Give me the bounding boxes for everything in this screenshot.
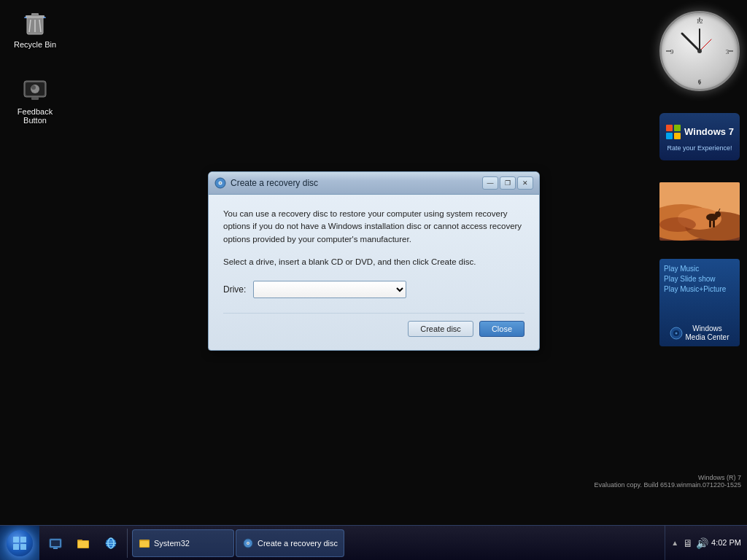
windows-start-icon	[12, 536, 27, 551]
dialog-close-button[interactable]: ✕	[517, 176, 533, 190]
internet-explorer-icon	[104, 536, 118, 551]
show-desktop-icon	[48, 536, 63, 551]
win7-header: Windows 7	[661, 121, 738, 143]
dialog-body: You can use a recovery disc to restore y…	[209, 195, 539, 350]
status-line1: Windows (R) 7	[595, 474, 741, 481]
dialog-title: Create a recovery disc	[231, 178, 478, 188]
svg-point-24	[697, 49, 702, 53]
svg-line-23	[700, 39, 711, 51]
media-center-widget[interactable]: Play Music Play Slide show Play Music+Pi…	[659, 259, 740, 346]
drive-label: Drive:	[223, 284, 246, 295]
svg-rect-48	[20, 544, 26, 550]
photo-widget	[659, 182, 740, 241]
svg-rect-62	[140, 541, 149, 547]
svg-text:9: 9	[670, 48, 674, 55]
svg-rect-46	[20, 537, 26, 542]
win7-title: Windows 7	[684, 126, 734, 137]
dialog-disc-icon	[214, 177, 226, 189]
svg-rect-45	[13, 537, 19, 542]
svg-rect-6	[24, 17, 27, 18]
play-music-item[interactable]: Play Music	[664, 265, 735, 273]
dialog-buttons: Create disc Close	[223, 313, 525, 337]
svg-rect-12	[31, 97, 39, 100]
media-center-label: WindowsMedia Center	[664, 324, 735, 342]
tray-expand-button[interactable]: ▲	[671, 539, 678, 547]
dialog-description: You can use a recovery disc to restore y…	[223, 208, 525, 246]
dialog-minimize-button[interactable]: —	[482, 176, 498, 190]
windows-logo-icon	[665, 124, 681, 140]
svg-text:3: 3	[726, 48, 729, 55]
clock-face: 12 3 6 9	[659, 11, 740, 91]
feedback-button-icon[interactable]: Feedback Button	[6, 73, 64, 128]
svg-line-21	[682, 34, 700, 51]
svg-rect-25	[666, 125, 673, 131]
svg-point-33	[659, 217, 696, 232]
network-tray-icon[interactable]: 🖥	[683, 537, 693, 549]
feedback-button-label: Feedback Button	[9, 107, 61, 125]
clock-widget: 12 3 6 9	[659, 11, 740, 91]
dialog-controls: — ❐ ✕	[482, 176, 533, 190]
status-bar: Windows (R) 7 Evaluation copy. Build 651…	[589, 472, 747, 490]
quick-launch	[39, 529, 128, 558]
svg-rect-50	[51, 540, 60, 546]
svg-point-41	[676, 332, 678, 335]
svg-rect-47	[13, 544, 19, 550]
win7-experience-widget[interactable]: Windows 7 Rate your Experience!	[659, 113, 740, 160]
folder-taskbar-icon	[139, 537, 150, 549]
svg-rect-26	[674, 125, 681, 131]
svg-point-65	[247, 542, 249, 544]
tray-clock[interactable]: 4:02 PM	[711, 537, 741, 548]
taskbar-items: System32 Create a recovery disc	[128, 529, 665, 557]
dialog-titlebar: Create a recovery disc — ❐ ✕	[209, 172, 539, 195]
svg-point-44	[220, 182, 221, 184]
dialog-instruction: Select a drive, insert a blank CD or DVD…	[223, 257, 525, 266]
play-slideshow-item[interactable]: Play Slide show	[664, 275, 735, 283]
dialog-restore-button[interactable]: ❐	[500, 176, 516, 190]
ie-button[interactable]	[98, 530, 124, 556]
start-orb	[7, 530, 33, 556]
disc-taskbar-icon	[242, 537, 254, 549]
svg-rect-28	[674, 133, 681, 139]
svg-point-11	[31, 85, 36, 90]
feedback-button-image	[20, 76, 50, 105]
play-music-picture-item[interactable]: Play Music+Picture	[664, 285, 735, 293]
svg-rect-35	[709, 220, 711, 228]
tray-time-display: 4:02 PM	[711, 537, 741, 548]
show-desktop-button[interactable]	[42, 530, 69, 556]
drive-select[interactable]	[253, 281, 406, 298]
svg-rect-51	[53, 548, 58, 549]
svg-rect-54	[78, 541, 88, 548]
start-button[interactable]	[0, 526, 39, 561]
system-tray: ▲ 🖥 🔊 4:02 PM	[665, 526, 747, 561]
svg-rect-36	[713, 220, 715, 228]
taskbar: System32 Create a recovery disc ▲ 🖥 🔊 4:…	[0, 525, 747, 560]
recycle-bin-label: Recycle Bin	[14, 40, 56, 49]
close-button[interactable]: Close	[479, 321, 525, 337]
win7-subtitle: Rate your Experience!	[665, 143, 733, 153]
volume-tray-icon[interactable]: 🔊	[696, 537, 708, 549]
taskbar-item-recovery[interactable]: Create a recovery disc	[236, 529, 344, 557]
create-recovery-disc-dialog: Create a recovery disc — ❐ ✕ You can use…	[208, 171, 540, 351]
taskbar-item-recovery-label: Create a recovery disc	[258, 539, 338, 548]
desktop: Recycle Bin Feedback Button 12 3 6 9	[0, 0, 747, 525]
folder-button[interactable]	[70, 530, 96, 556]
taskbar-item-system32-label: System32	[154, 539, 190, 548]
recycle-bin-icon[interactable]: Recycle Bin	[6, 6, 64, 52]
recycle-bin-image	[20, 9, 50, 38]
create-disc-button[interactable]: Create disc	[408, 321, 473, 337]
svg-rect-7	[43, 17, 46, 18]
dialog-drive-row: Drive:	[223, 281, 525, 298]
media-center-logo-icon	[670, 327, 683, 340]
svg-rect-27	[666, 133, 673, 139]
status-line2: Evaluation copy. Build 6519.winmain.0712…	[595, 481, 741, 489]
svg-rect-2	[31, 13, 39, 16]
taskbar-item-system32[interactable]: System32	[132, 529, 234, 557]
folder-icon	[76, 536, 90, 551]
